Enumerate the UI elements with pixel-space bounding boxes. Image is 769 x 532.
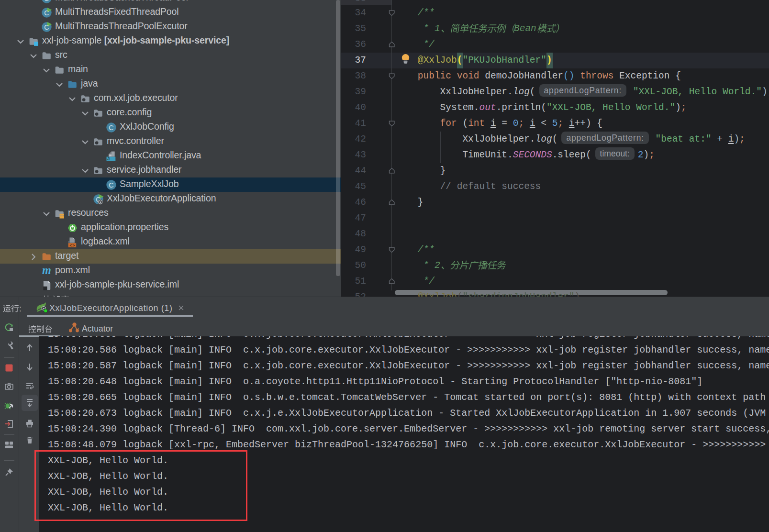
- svg-text:C: C: [44, 0, 49, 2]
- svg-text:<>: <>: [69, 243, 75, 248]
- svg-text:m: m: [42, 264, 51, 277]
- svg-text:C: C: [44, 9, 49, 16]
- svg-text:J: J: [107, 156, 110, 161]
- svg-text:C: C: [109, 123, 113, 131]
- svg-text:C: C: [44, 23, 49, 31]
- svg-text:C: C: [109, 181, 113, 188]
